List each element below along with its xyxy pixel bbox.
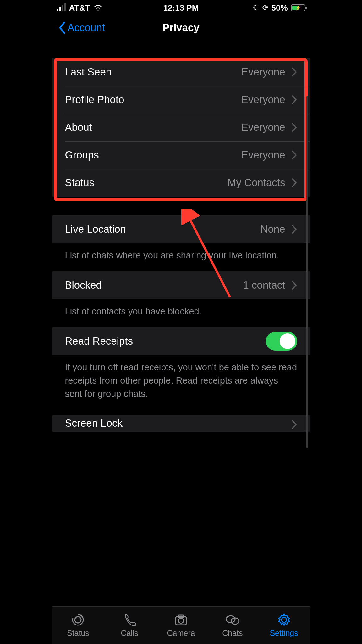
status-bar: AT&T 12:13 PM ☾ ⟳ 50% ⚡ — [52, 0, 310, 16]
back-button[interactable]: Account — [59, 22, 105, 34]
scrollbar[interactable] — [306, 96, 308, 448]
svg-point-4 — [178, 618, 184, 623]
read-receipts-toggle[interactable] — [266, 332, 297, 351]
chevron-right-icon — [292, 67, 297, 77]
tab-chats[interactable]: Chats — [207, 607, 258, 644]
tab-label: Status — [67, 629, 89, 638]
svg-point-6 — [226, 616, 235, 623]
tab-label: Calls — [121, 629, 138, 638]
chevron-right-icon — [292, 178, 297, 187]
blocked-value: 1 contact — [243, 279, 285, 291]
privacy-row-value: My Contacts — [228, 177, 285, 189]
tab-status[interactable]: Status — [52, 607, 104, 644]
privacy-row-value: Everyone — [241, 121, 285, 133]
read-receipts-label: Read Receipts — [65, 335, 266, 347]
calls-icon — [122, 613, 137, 627]
chevron-right-icon — [292, 150, 297, 160]
wifi-icon — [93, 4, 103, 11]
privacy-row-status[interactable]: StatusMy Contacts — [52, 169, 310, 197]
screen-lock-row[interactable]: Screen Lock — [52, 415, 310, 432]
tab-bar: StatusCallsCameraChatsSettings — [52, 606, 310, 644]
camera-icon — [173, 613, 189, 627]
chevron-right-icon — [292, 123, 297, 132]
carrier: AT&T — [69, 3, 90, 13]
blocked-note: List of contacts you have blocked. — [52, 299, 310, 327]
chevron-right-icon — [292, 420, 297, 429]
privacy-row-label: Status — [65, 177, 228, 189]
chevron-right-icon — [292, 225, 297, 234]
orientation-lock-icon: ⟳ — [262, 4, 268, 12]
live-location-note: List of chats where you are sharing your… — [52, 243, 310, 271]
privacy-row-label: About — [65, 121, 242, 133]
privacy-row-value: Everyone — [241, 66, 285, 78]
tab-label: Chats — [222, 629, 243, 638]
privacy-row-value: Everyone — [241, 149, 285, 161]
battery-icon: ⚡ — [291, 4, 305, 11]
battery-percentage: 50% — [271, 3, 288, 13]
tab-camera[interactable]: Camera — [155, 607, 207, 644]
svg-point-2 — [73, 614, 83, 625]
tab-label: Camera — [167, 629, 195, 638]
navigation-bar: Account Privacy — [52, 16, 310, 39]
privacy-row-profile-photo[interactable]: Profile PhotoEveryone — [52, 86, 310, 114]
chevron-right-icon — [292, 280, 297, 290]
privacy-row-label: Groups — [65, 149, 242, 161]
signal-strength-icon — [57, 4, 66, 11]
live-location-value: None — [261, 223, 285, 235]
svg-point-8 — [282, 617, 287, 622]
tab-settings[interactable]: Settings — [258, 607, 310, 644]
privacy-row-groups[interactable]: GroupsEveryone — [52, 141, 310, 169]
visibility-group: Last SeenEveryoneProfile PhotoEveryoneAb… — [52, 58, 310, 197]
privacy-row-label: Last Seen — [65, 66, 242, 78]
page-title: Privacy — [162, 22, 199, 34]
content: Last SeenEveryoneProfile PhotoEveryoneAb… — [52, 39, 310, 606]
read-receipts-note: If you turn off read receipts, you won't… — [52, 355, 310, 410]
back-label: Account — [68, 22, 105, 34]
screen-lock-label: Screen Lock — [65, 417, 292, 429]
chevron-right-icon — [292, 95, 297, 104]
read-receipts-row: Read Receipts — [52, 327, 310, 355]
chevron-left-icon — [59, 22, 66, 34]
privacy-row-label: Profile Photo — [65, 94, 242, 106]
privacy-row-value: Everyone — [241, 94, 285, 106]
do-not-disturb-icon: ☾ — [253, 4, 259, 12]
blocked-label: Blocked — [65, 279, 243, 291]
live-location-label: Live Location — [65, 223, 261, 235]
svg-point-1 — [75, 617, 81, 623]
blocked-row[interactable]: Blocked 1 contact — [52, 271, 310, 299]
privacy-row-last-seen[interactable]: Last SeenEveryone — [52, 58, 310, 86]
settings-icon — [277, 613, 292, 627]
chats-icon — [225, 613, 240, 627]
clock: 12:13 PM — [163, 3, 199, 13]
privacy-row-about[interactable]: AboutEveryone — [52, 114, 310, 141]
tab-calls[interactable]: Calls — [104, 607, 155, 644]
live-location-row[interactable]: Live Location None — [52, 215, 310, 243]
status-icon — [70, 613, 85, 627]
tab-label: Settings — [270, 629, 298, 638]
